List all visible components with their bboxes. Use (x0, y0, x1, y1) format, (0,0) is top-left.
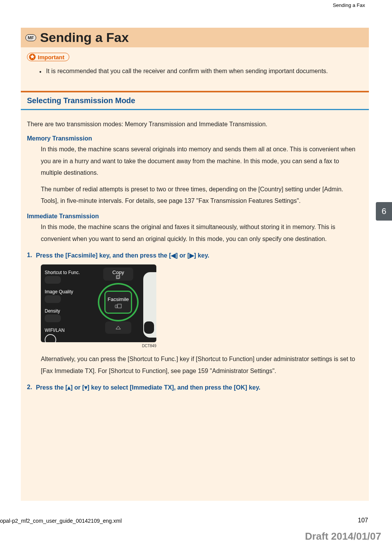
panel-soft-button (45, 314, 61, 322)
page-content: MF Sending a Fax Important • It is recom… (21, 28, 369, 501)
definition-body: In this mode, the machine scans the orig… (21, 220, 369, 248)
step-text-part: ] or [ (176, 252, 189, 259)
figure: Shortcut to Func. Image Quality Density … (21, 261, 369, 348)
step-text: Press the [▴] or [▾] key to select [Imme… (36, 384, 260, 391)
control-panel-illustration: Shortcut to Func. Image Quality Density … (41, 264, 156, 342)
step-text: Press the [Facsimile] key, and then pres… (36, 252, 209, 259)
panel-copy-key: Copy (103, 268, 133, 281)
running-header: Sending a Fax (333, 2, 365, 8)
definition-term: Memory Transmission (21, 132, 369, 142)
step-number: 2. (27, 384, 32, 391)
panel-facsimile-key: Facsimile (104, 291, 132, 314)
footer-page-number: 107 (358, 517, 368, 524)
step-number: 1. (27, 252, 32, 259)
down-arrow-glyph: ▾ (84, 384, 87, 391)
topic-title-bar: MF Sending a Fax (21, 28, 369, 47)
panel-density-label: Density (45, 308, 80, 314)
draft-stamp: Draft 2014/01/07 (305, 530, 381, 542)
important-bullet: • It is recommended that you call the re… (39, 66, 353, 78)
definition-body: In this mode, the machine scans several … (21, 142, 369, 182)
scanner-icon (115, 325, 121, 330)
footer-filename: opal-p2_mf2_com_user_guide_00142109_eng.… (0, 518, 122, 524)
panel-wifi-button (45, 334, 56, 342)
step-text-part: Press the [Facsimile] key, and then pres… (36, 252, 171, 259)
panel-wifi-label: WIFI/LAN (45, 328, 80, 333)
definition-body: The number of redial attempts is preset … (21, 182, 369, 210)
mf-badge: MF (25, 34, 36, 41)
important-block: Important • It is recommended that you c… (21, 47, 369, 89)
definition-term: Immediate Transmission (21, 210, 369, 220)
panel-facsimile-label: Facsimile (108, 296, 129, 302)
step-text-part: ] or [ (70, 384, 84, 391)
chapter-tab: 6 (376, 202, 392, 221)
panel-scanner-key (105, 321, 131, 334)
intro-paragraph: There are two transmission modes: Memory… (21, 110, 369, 132)
fax-icon (115, 304, 122, 308)
panel-copy-label: Copy (112, 269, 124, 275)
panel-right-slot (144, 321, 154, 334)
important-bullet-text: It is recommended that you call the rece… (46, 66, 328, 78)
step-text-part: ] key to select [Immediate TX], and then… (87, 384, 261, 391)
panel-soft-button (45, 276, 61, 284)
step-row: 1. Press the [Facsimile] key, and then p… (21, 248, 369, 261)
star-icon (29, 54, 36, 60)
panel-shortcut-label: Shortcut to Func. (45, 270, 80, 275)
important-label: Important (27, 53, 69, 61)
bullet-dot-icon: • (39, 66, 42, 78)
step-row: 2. Press the [▴] or [▾] key to select [I… (21, 380, 369, 393)
panel-image-quality-label: Image Quality (45, 289, 80, 294)
up-arrow-glyph: ▴ (67, 384, 70, 391)
topic-title: Sending a Fax (40, 30, 129, 45)
step-text-part: Press the [ (36, 384, 67, 391)
step-text-part: ] key. (194, 252, 209, 259)
svg-rect-4 (117, 304, 121, 308)
important-bullet-list: • It is recommended that you call the re… (27, 62, 363, 86)
panel-soft-button (45, 295, 61, 303)
right-arrow-glyph: ▶ (189, 252, 194, 259)
important-label-text: Important (38, 54, 64, 60)
svg-rect-3 (115, 305, 117, 308)
section-heading: Selecting Transmission Mode (21, 91, 369, 110)
panel-nav-ring: Facsimile (98, 283, 139, 321)
figure-code: DCT849 (41, 342, 156, 348)
step-after-paragraph: Alternatively, you can press the [Shortc… (21, 348, 369, 380)
copy-icon (116, 275, 121, 279)
left-arrow-glyph: ◀ (171, 252, 176, 259)
